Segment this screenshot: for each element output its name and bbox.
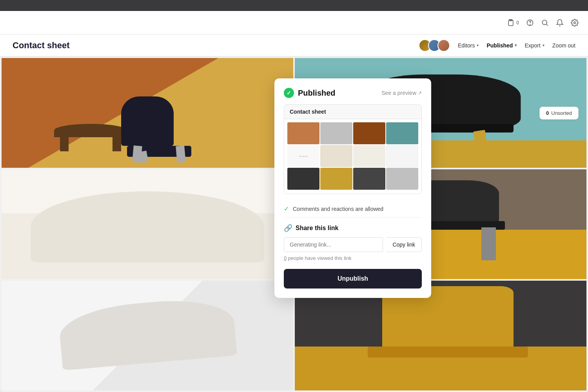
link-input[interactable] (284, 237, 383, 252)
header-bar: Contact sheet Editors ▾ Published ▾ Expo… (0, 34, 588, 56)
editors-button[interactable]: Editors ▾ (458, 42, 479, 49)
avatar-group (419, 39, 450, 52)
link-icon: 🔗 (284, 224, 292, 232)
see-preview-link[interactable]: See a preview ↗ (381, 90, 422, 96)
main-content: 0 Unsorted ✓ Published See a preview ↗ C… (0, 56, 588, 392)
svg-point-6 (574, 22, 576, 24)
share-title-text: Share this link (296, 225, 338, 232)
published-status-label: Published (298, 89, 336, 98)
zoom-out-button[interactable]: Zoom out (552, 42, 575, 49)
published-button[interactable]: Published ▾ (486, 42, 517, 49)
preview-cell: The clientList (287, 145, 319, 167)
preview-cell (353, 168, 385, 190)
views-count[interactable]: 0 (284, 255, 287, 261)
comments-check-icon: ✓ (284, 205, 289, 212)
published-chevron: ▾ (515, 43, 517, 47)
published-status: ✓ Published (284, 88, 336, 98)
settings-button[interactable] (571, 19, 579, 27)
photo-cell-5 (2, 281, 293, 390)
photo-cell-3 (2, 169, 293, 279)
avatar (437, 39, 450, 52)
svg-point-3 (530, 24, 530, 25)
panel-header: ✓ Published See a preview ↗ (284, 88, 422, 98)
search-button[interactable] (541, 19, 549, 27)
svg-point-4 (542, 20, 547, 25)
see-preview-text: See a preview (381, 90, 416, 96)
copy-link-button[interactable]: Copy link (386, 237, 422, 252)
svg-line-5 (546, 24, 548, 25)
bell-button[interactable] (556, 19, 564, 27)
unsorted-count: 0 (546, 110, 549, 116)
editors-label: Editors (458, 42, 475, 49)
published-check-icon: ✓ (284, 88, 294, 98)
preview-box: Contact sheet The clientList (284, 104, 422, 194)
preview-cell (320, 122, 352, 144)
preview-cell (386, 122, 418, 144)
preview-cell (320, 145, 352, 167)
preview-cell (386, 145, 418, 167)
toolbar: 0 (0, 11, 588, 34)
preview-cell (353, 145, 385, 167)
comments-row: ✓ Comments and reactions are allowed (284, 200, 422, 218)
export-label: Export (524, 42, 540, 49)
external-link-icon: ↗ (418, 90, 422, 96)
os-bar (0, 0, 588, 11)
toolbar-icons: 0 (507, 19, 579, 27)
preview-cell (386, 168, 418, 190)
views-text: 0 people have viewed this link (284, 255, 422, 261)
unsorted-label: Unsorted (551, 110, 572, 116)
comments-text: Comments and reactions are allowed (293, 206, 383, 212)
preview-title: Contact sheet (284, 105, 421, 119)
copy-link-label: Copy link (392, 241, 415, 248)
unpublish-label: Unpublish (338, 275, 368, 282)
export-button[interactable]: Export ▾ (524, 42, 544, 49)
unpublish-button[interactable]: Unpublish (284, 269, 422, 289)
preview-cell (287, 168, 319, 190)
share-title: 🔗 Share this link (284, 224, 422, 232)
clipboard-button[interactable]: 0 (507, 19, 519, 27)
zoom-out-label: Zoom out (552, 42, 575, 49)
export-chevron: ▾ (543, 43, 544, 47)
clipboard-count: 0 (516, 20, 519, 25)
published-label: Published (486, 42, 513, 49)
preview-cell (320, 168, 352, 190)
header-actions: Editors ▾ Published ▾ Export ▾ Zoom out (419, 39, 575, 52)
views-label: people have viewed this link (288, 255, 352, 261)
preview-grid: The clientList (284, 119, 421, 194)
app-window: 0 (0, 11, 588, 392)
published-panel: ✓ Published See a preview ↗ Contact shee… (274, 78, 431, 298)
help-button[interactable] (526, 19, 534, 27)
share-section: 🔗 Share this link Copy link 0 people hav… (284, 224, 422, 289)
unsorted-badge[interactable]: 0 Unsorted (539, 107, 579, 120)
editors-chevron: ▾ (477, 43, 479, 47)
photo-cell-1 (2, 58, 293, 168)
preview-cell (353, 122, 385, 144)
link-row: Copy link (284, 237, 422, 252)
page-title: Contact sheet (13, 40, 69, 51)
preview-cell (287, 122, 319, 144)
